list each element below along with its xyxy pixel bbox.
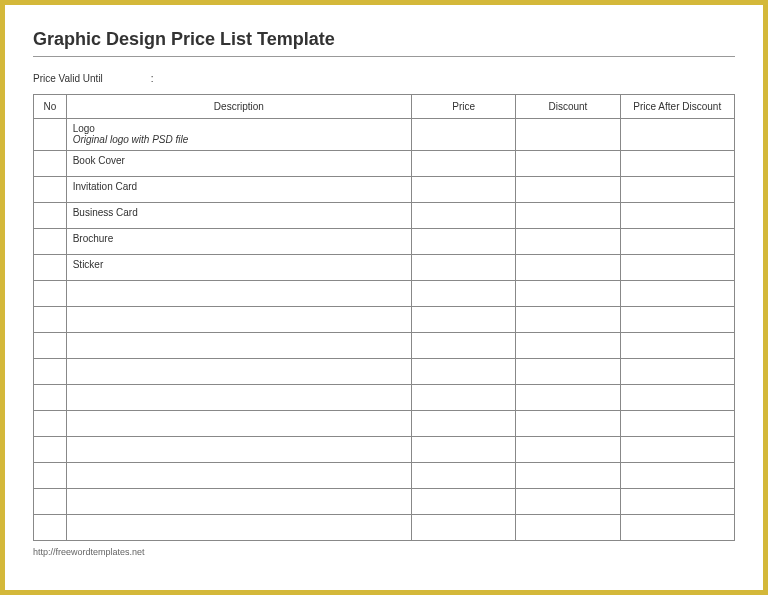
cell-price	[412, 359, 516, 385]
page-title: Graphic Design Price List Template	[33, 29, 735, 50]
cell-discount	[516, 411, 620, 437]
cell-no	[34, 119, 67, 151]
cell-price	[412, 463, 516, 489]
cell-no	[34, 489, 67, 515]
cell-price	[412, 151, 516, 177]
description-sub: Original logo with PSD file	[73, 134, 405, 145]
cell-price	[412, 333, 516, 359]
cell-discount	[516, 151, 620, 177]
cell-no	[34, 437, 67, 463]
table-row: Sticker	[34, 255, 735, 281]
cell-description	[66, 489, 411, 515]
cell-price	[412, 255, 516, 281]
table-row	[34, 437, 735, 463]
description-main: Business Card	[73, 207, 405, 218]
cell-no	[34, 359, 67, 385]
cell-description: Invitation Card	[66, 177, 411, 203]
cell-description: Brochure	[66, 229, 411, 255]
cell-no	[34, 463, 67, 489]
cell-discount	[516, 333, 620, 359]
description-main: Sticker	[73, 259, 405, 270]
table-row: Brochure	[34, 229, 735, 255]
cell-discount	[516, 359, 620, 385]
cell-description	[66, 437, 411, 463]
cell-after	[620, 489, 734, 515]
cell-no	[34, 255, 67, 281]
description-main: Book Cover	[73, 155, 405, 166]
cell-discount	[516, 255, 620, 281]
cell-description	[66, 333, 411, 359]
cell-price	[412, 437, 516, 463]
cell-after	[620, 515, 734, 541]
header-discount: Discount	[516, 95, 620, 119]
cell-discount	[516, 203, 620, 229]
cell-after	[620, 463, 734, 489]
cell-description	[66, 385, 411, 411]
table-row	[34, 515, 735, 541]
table-header-row: No Description Price Discount Price Afte…	[34, 95, 735, 119]
cell-description: Business Card	[66, 203, 411, 229]
cell-price	[412, 515, 516, 541]
cell-after	[620, 255, 734, 281]
cell-price	[412, 229, 516, 255]
cell-after	[620, 385, 734, 411]
header-price: Price	[412, 95, 516, 119]
cell-price	[412, 203, 516, 229]
header-no: No	[34, 95, 67, 119]
cell-description	[66, 463, 411, 489]
table-row: Business Card	[34, 203, 735, 229]
table-row	[34, 281, 735, 307]
description-main: Invitation Card	[73, 181, 405, 192]
header-after: Price After Discount	[620, 95, 734, 119]
cell-after	[620, 177, 734, 203]
cell-after	[620, 359, 734, 385]
cell-after	[620, 437, 734, 463]
cell-discount	[516, 437, 620, 463]
cell-after	[620, 333, 734, 359]
cell-price	[412, 411, 516, 437]
cell-price	[412, 489, 516, 515]
table-row	[34, 333, 735, 359]
cell-no	[34, 151, 67, 177]
cell-no	[34, 177, 67, 203]
table-row: Book Cover	[34, 151, 735, 177]
cell-no	[34, 515, 67, 541]
cell-after	[620, 119, 734, 151]
table-row: LogoOriginal logo with PSD file	[34, 119, 735, 151]
cell-discount	[516, 515, 620, 541]
cell-no	[34, 385, 67, 411]
footer-url: http://freewordtemplates.net	[33, 547, 735, 557]
header-description: Description	[66, 95, 411, 119]
cell-price	[412, 281, 516, 307]
cell-discount	[516, 229, 620, 255]
cell-description	[66, 359, 411, 385]
cell-no	[34, 333, 67, 359]
cell-after	[620, 203, 734, 229]
cell-price	[412, 119, 516, 151]
cell-discount	[516, 119, 620, 151]
cell-no	[34, 307, 67, 333]
description-main: Logo	[73, 123, 405, 134]
cell-no	[34, 203, 67, 229]
table-row	[34, 307, 735, 333]
table-row: Invitation Card	[34, 177, 735, 203]
table-row	[34, 385, 735, 411]
cell-description: LogoOriginal logo with PSD file	[66, 119, 411, 151]
table-row	[34, 359, 735, 385]
cell-description: Sticker	[66, 255, 411, 281]
cell-description	[66, 515, 411, 541]
cell-no	[34, 411, 67, 437]
price-table: No Description Price Discount Price Afte…	[33, 94, 735, 541]
cell-description: Book Cover	[66, 151, 411, 177]
valid-until-label: Price Valid Until:	[33, 73, 735, 84]
cell-no	[34, 281, 67, 307]
cell-no	[34, 229, 67, 255]
cell-discount	[516, 281, 620, 307]
cell-discount	[516, 385, 620, 411]
table-row	[34, 489, 735, 515]
valid-until-text: Price Valid Until	[33, 73, 103, 84]
cell-price	[412, 177, 516, 203]
cell-after	[620, 307, 734, 333]
title-rule	[33, 56, 735, 57]
cell-description	[66, 307, 411, 333]
